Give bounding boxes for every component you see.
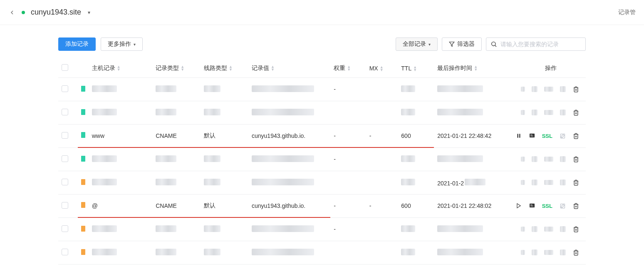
more-ops-label: 更多操作 <box>108 40 131 48</box>
flag-icon <box>81 109 85 115</box>
dns-records-table: 主机记录▲▼ 记录类型▲▼ 线路类型▲▼ 记录值▲▼ 权重▲▼ MX▲▼ TTL… <box>58 59 586 265</box>
svg-marker-0 <box>449 42 454 47</box>
add-record-button[interactable]: 添加记录 <box>58 37 96 51</box>
svg-rect-6 <box>530 135 533 135</box>
table-row: wwwCNAME默认cunyu1943.github.io.--6002021-… <box>58 124 586 147</box>
time-value: 2021-01-21 22:48:02 <box>437 202 491 209</box>
filter-label: 筛选器 <box>457 40 475 48</box>
row-checkbox[interactable] <box>62 225 68 232</box>
flag-icon <box>81 226 85 232</box>
domain-title[interactable]: cunyu1943.site <box>31 8 81 17</box>
flag-icon <box>81 249 85 255</box>
toolbar: 添加记录 更多操作 ▾ 全部记录 ▾ 筛选器 <box>58 37 586 51</box>
sort-icon: ▲▼ <box>117 65 121 71</box>
delete-icon[interactable] <box>572 109 579 116</box>
col-weight[interactable]: 权重▲▼ <box>330 59 366 77</box>
col-ops: 操作 <box>500 59 586 77</box>
col-mx[interactable]: MX▲▼ <box>366 59 398 77</box>
col-host[interactable]: 主机记录▲▼ <box>89 59 152 77</box>
col-value[interactable]: 记录值▲▼ <box>248 59 330 77</box>
col-ttl[interactable]: TTL▲▼ <box>398 59 434 77</box>
mx-value: - <box>369 132 372 139</box>
mx-value: - <box>369 202 372 209</box>
table-row: - <box>58 217 586 241</box>
record-value: cunyu1943.github.io. <box>252 202 305 209</box>
status-dot-icon <box>22 11 25 14</box>
back-icon[interactable] <box>8 9 16 16</box>
line-value: 默认 <box>204 132 215 139</box>
delete-icon[interactable] <box>572 86 579 92</box>
row-checkbox[interactable] <box>62 155 68 162</box>
svg-rect-10 <box>530 204 535 207</box>
svg-point-1 <box>492 42 495 46</box>
flag-icon <box>81 202 85 208</box>
col-type[interactable]: 记录类型▲▼ <box>152 59 201 77</box>
svg-rect-7 <box>530 136 533 136</box>
delete-icon[interactable] <box>572 226 579 232</box>
caret-down-icon: ▾ <box>134 42 136 47</box>
delete-icon[interactable] <box>572 132 579 139</box>
edit-icon[interactable] <box>559 202 566 209</box>
row-checkbox[interactable] <box>62 179 68 185</box>
weight-value: - <box>334 226 336 232</box>
col-line[interactable]: 线路类型▲▼ <box>201 59 248 77</box>
edit-icon[interactable] <box>559 132 566 139</box>
svg-rect-12 <box>530 206 533 206</box>
table-row: - <box>58 147 586 171</box>
table-row: 2021-01-2 <box>58 171 586 194</box>
flag-icon <box>81 179 85 185</box>
more-ops-button[interactable]: 更多操作 ▾ <box>101 37 143 51</box>
ttl-value: 600 <box>401 202 411 209</box>
select-all-checkbox[interactable] <box>62 64 68 71</box>
caret-down-icon: ▾ <box>429 42 431 47</box>
table-row <box>58 101 586 124</box>
sort-icon: ▲▼ <box>181 65 184 71</box>
svg-rect-3 <box>517 134 518 137</box>
flag-icon <box>81 132 85 138</box>
caret-down-icon[interactable]: ▾ <box>88 10 90 15</box>
weight-value: - <box>334 132 336 139</box>
table-row: - <box>58 77 586 101</box>
sort-icon: ▲▼ <box>347 65 351 71</box>
weight-value: - <box>334 156 336 162</box>
row-checkbox[interactable] <box>62 132 68 139</box>
sort-icon: ▲▼ <box>413 66 417 72</box>
filter-button[interactable]: 筛选器 <box>442 37 482 51</box>
svg-marker-9 <box>517 204 520 208</box>
sort-icon: ▲▼ <box>474 65 478 71</box>
remark-icon[interactable] <box>529 202 535 209</box>
svg-rect-4 <box>519 134 520 137</box>
ssl-badge[interactable]: SSL <box>542 203 552 209</box>
pause-icon[interactable] <box>515 132 522 139</box>
delete-icon[interactable] <box>572 156 579 162</box>
search-box[interactable] <box>486 37 586 51</box>
svg-line-2 <box>495 45 496 47</box>
sort-icon: ▲▼ <box>229 65 233 71</box>
page-header: cunyu1943.site ▾ 记录管 <box>0 0 644 25</box>
record-value: cunyu1943.github.io. <box>252 132 305 139</box>
remark-icon[interactable] <box>529 132 535 139</box>
play-icon[interactable] <box>515 202 522 209</box>
filter-icon <box>449 41 455 47</box>
host-value: www <box>92 132 104 139</box>
col-time[interactable]: 最后操作时间▲▼ <box>434 59 499 77</box>
flag-icon <box>81 156 85 162</box>
header-right-label[interactable]: 记录管 <box>618 9 636 16</box>
ssl-badge[interactable]: SSL <box>542 133 552 139</box>
search-input[interactable] <box>500 41 581 47</box>
line-value: 默认 <box>204 202 215 209</box>
sort-icon: ▲▼ <box>271 65 275 71</box>
row-checkbox[interactable] <box>62 249 68 255</box>
row-checkbox[interactable] <box>62 85 68 92</box>
row-checkbox[interactable] <box>62 202 68 209</box>
time-value: 2021-01-21 22:48:42 <box>437 132 491 139</box>
all-records-button[interactable]: 全部记录 ▾ <box>396 37 438 51</box>
row-checkbox[interactable] <box>62 109 68 115</box>
weight-value: - <box>334 202 336 209</box>
delete-icon[interactable] <box>572 202 579 209</box>
type-value: CNAME <box>156 202 177 209</box>
type-value: CNAME <box>156 132 177 139</box>
delete-icon[interactable] <box>572 179 579 186</box>
svg-rect-11 <box>530 205 533 205</box>
delete-icon[interactable] <box>572 249 579 256</box>
